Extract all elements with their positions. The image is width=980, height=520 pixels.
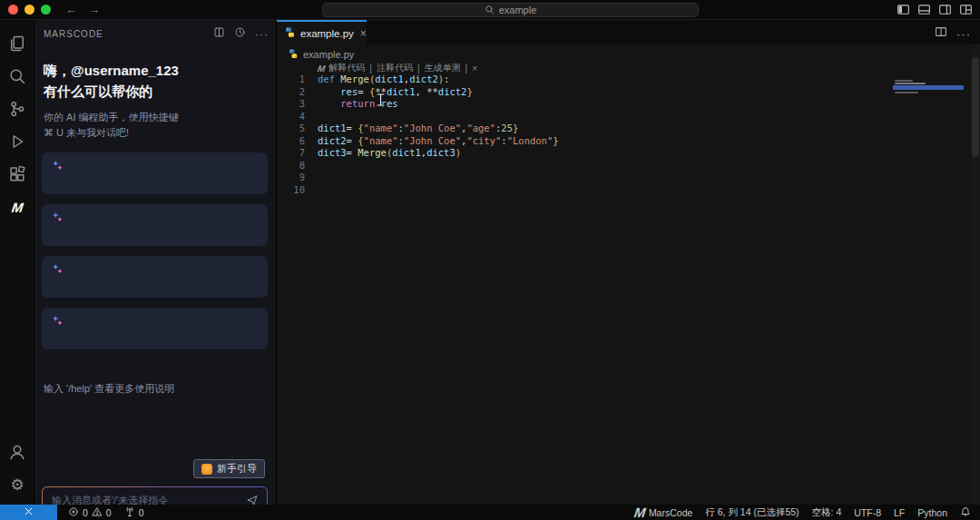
status-item[interactable]: Python: [917, 507, 947, 518]
code-line[interactable]: 1def Merge(dict1,dict2):: [277, 74, 898, 86]
back-icon[interactable]: ←: [65, 3, 77, 16]
prompt-card[interactable]: [42, 204, 268, 246]
remote-icon: [23, 505, 34, 519]
code-line[interactable]: 3 return res: [277, 98, 898, 111]
status-item[interactable]: UTF-8: [854, 507, 881, 518]
editor-tab-bar: example.py × ···: [277, 20, 980, 44]
code-line[interactable]: 9: [277, 172, 898, 184]
code-line[interactable]: 5dict1= {"name":"John Coe","age":25}: [277, 123, 898, 135]
greeting: 嗨，@username_123 有什么可以帮你的: [34, 47, 276, 103]
status-item-bell-icon[interactable]: [960, 506, 971, 519]
ports-indicator[interactable]: 0: [124, 506, 144, 519]
greeting-line2: 有什么可以帮你的: [44, 81, 265, 102]
beginner-guide-button[interactable]: 新手引导: [193, 459, 265, 478]
command-center-search[interactable]: example: [322, 3, 699, 17]
close-window-button[interactable]: [8, 5, 18, 15]
run-debug-icon[interactable]: [0, 125, 34, 158]
search-icon[interactable]: [0, 60, 34, 93]
zoom-window-button[interactable]: [41, 5, 51, 15]
greeting-subtitle: 你的 AI 编程助手，使用快捷键 ⌘ U 来与我对话吧!: [34, 103, 276, 142]
code-line[interactable]: 6dict2= {"name":"John Coe","city":"Londo…: [277, 135, 898, 148]
close-tab-icon[interactable]: ×: [360, 27, 367, 40]
search-value: example: [499, 5, 537, 15]
editor-layout-icon[interactable]: [213, 25, 225, 42]
greeting-line1: 嗨，@username_123: [44, 60, 265, 81]
line-number: 9: [277, 172, 305, 184]
code-line[interactable]: 7dict3= Merge(dict1,dict3): [277, 147, 898, 160]
customize-layout-icon[interactable]: [959, 3, 973, 16]
code-line[interactable]: 4: [277, 111, 898, 123]
status-bar: 0 0 0 MMarsCode行 6, 列 14 (已选择55)空格: 4UTF…: [0, 505, 980, 520]
line-number: 4: [277, 111, 305, 123]
settings-gear-icon[interactable]: ⚙: [0, 468, 34, 501]
marscode-sidebar: MARSCODE ··· 嗨，@username_123 有什么可以帮你的 你的…: [34, 20, 277, 505]
account-icon[interactable]: [0, 436, 34, 468]
line-number: 1: [277, 74, 305, 86]
line-number: 5: [277, 123, 305, 135]
panel-right-icon[interactable]: [938, 3, 952, 16]
tab-example-py[interactable]: example.py ×: [277, 20, 367, 44]
codelens-bar: M解释代码|注释代码|生成单测|×: [318, 62, 477, 74]
remote-indicator[interactable]: [0, 505, 57, 520]
status-item[interactable]: 空格: 4: [812, 506, 842, 519]
sparkle-icon: [52, 263, 64, 278]
files-icon[interactable]: [0, 27, 34, 60]
sparkle-icon: [52, 315, 64, 329]
codelens-action[interactable]: 解释代码: [328, 62, 365, 74]
status-item-marscode-icon[interactable]: MMarsCode: [634, 505, 692, 520]
panel-bottom-icon[interactable]: [917, 3, 931, 16]
warning-icon: [92, 506, 103, 519]
sparkle-icon: [52, 211, 64, 226]
problems-indicator[interactable]: 0 0: [68, 506, 112, 519]
editor-actions: ···: [935, 25, 971, 42]
sparkle-icon: [52, 160, 64, 174]
code-line[interactable]: 2 res= {**dict1, **dict2}: [277, 86, 898, 99]
codelens-close-icon[interactable]: ×: [472, 64, 477, 74]
line-number: 10: [277, 184, 305, 197]
line-number: 8: [277, 160, 305, 172]
marscode-icon: M: [318, 64, 324, 74]
more-icon[interactable]: ···: [956, 25, 971, 42]
search-icon: [485, 5, 495, 16]
status-item[interactable]: LF: [894, 507, 905, 518]
extensions-icon[interactable]: [0, 158, 34, 191]
line-number: 3: [277, 98, 305, 111]
status-item[interactable]: 行 6, 列 14 (已选择55): [705, 506, 799, 519]
prompt-card-list: [42, 152, 268, 359]
editor-scrollbar[interactable]: [971, 44, 980, 505]
editor-area[interactable]: example.py × ··· example.py M解释代码|注释代码|生…: [277, 20, 980, 505]
prompt-card[interactable]: [42, 256, 268, 298]
more-icon[interactable]: ···: [255, 25, 269, 42]
code-content: 1def Merge(dict1,dict2):2 res= {**dict1,…: [277, 74, 898, 196]
code-line[interactable]: 10: [277, 184, 898, 197]
split-editor-icon[interactable]: [935, 25, 947, 42]
history-icon[interactable]: [234, 25, 246, 42]
chat-input[interactable]: [43, 495, 246, 505]
mouse-cursor: [376, 93, 386, 111]
python-icon: [288, 48, 299, 61]
help-hint: 输入 '/help' 查看更多使用说明: [44, 382, 174, 396]
title-bar: ← → example: [0, 0, 980, 20]
line-number: 7: [277, 147, 305, 160]
minimap-selection: [893, 85, 964, 90]
layout-toggle-icons: [897, 3, 973, 16]
activity-bar: M ⚙: [0, 20, 34, 505]
marscode-icon[interactable]: M: [0, 191, 34, 223]
minimize-window-button[interactable]: [24, 5, 34, 15]
minimap[interactable]: [893, 56, 965, 111]
line-number: 2: [277, 86, 305, 99]
forward-icon[interactable]: →: [88, 3, 100, 16]
codelens-action[interactable]: 生成单测: [425, 62, 461, 74]
teacher-emoji-icon: [201, 464, 212, 475]
window-controls: [0, 5, 60, 15]
error-icon: [68, 506, 79, 519]
prompt-card[interactable]: [42, 152, 268, 194]
code-line[interactable]: 8: [277, 160, 898, 172]
python-icon: [284, 25, 296, 42]
sidebar-title: MARSCODE: [44, 29, 213, 39]
source-control-icon[interactable]: [0, 93, 34, 125]
breadcrumb[interactable]: example.py: [288, 46, 354, 63]
prompt-card[interactable]: [42, 308, 268, 349]
codelens-action[interactable]: 注释代码: [377, 62, 413, 74]
panel-left-icon[interactable]: [897, 3, 910, 16]
